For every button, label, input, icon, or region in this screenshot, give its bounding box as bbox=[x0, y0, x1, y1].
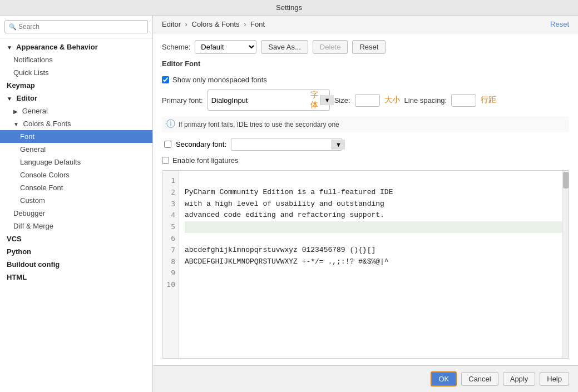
show-monospaced-label[interactable]: Show only monospaced fonts bbox=[172, 76, 267, 84]
line-num-7: 7 bbox=[166, 245, 175, 256]
line-num-1: 1 bbox=[166, 175, 175, 187]
sidebar-item-quick-lists[interactable]: Quick Lists bbox=[0, 66, 152, 79]
primary-font-dropdown-btn[interactable]: ▼ bbox=[320, 95, 334, 105]
sidebar-item-notifications[interactable]: Notifications bbox=[0, 53, 152, 66]
line-num-5: 5 bbox=[166, 221, 175, 233]
line-spacing-input[interactable]: 1.0 bbox=[451, 94, 476, 107]
primary-font-label: Primary font: bbox=[162, 96, 203, 105]
scheme-row: Scheme: Default Darcula High contrast Sa… bbox=[162, 40, 569, 54]
info-text: If primary font fails, IDE tries to use … bbox=[179, 121, 339, 128]
content-panel: Editor › Colors & Fonts › Font Reset Sch… bbox=[153, 16, 578, 392]
sidebar-item-colors-fonts[interactable]: ▼ Colors & Fonts bbox=[0, 117, 152, 130]
line-spacing-chinese: 行距 bbox=[481, 95, 496, 105]
secondary-font-label[interactable]: Secondary font: bbox=[176, 140, 226, 148]
size-chinese: 大小 bbox=[384, 95, 400, 105]
line-num-6: 6 bbox=[166, 233, 175, 245]
main-container: 🔍 ▼ Appearance & Behavior Notifications … bbox=[0, 16, 578, 392]
search-icon: 🔍 bbox=[9, 23, 17, 31]
breadcrumb-sep1: › bbox=[185, 20, 190, 28]
font-row-combined: Primary font: 字体 ▼ Size: 24 大小 Line spac… bbox=[162, 90, 569, 111]
ligatures-label[interactable]: Enable font ligatures bbox=[172, 156, 239, 165]
apply-button[interactable]: Apply bbox=[503, 372, 536, 386]
info-icon: ⓘ bbox=[166, 118, 175, 130]
expand-arrow-colors: ▼ bbox=[13, 121, 19, 127]
sidebar-item-debugger[interactable]: Debugger bbox=[0, 207, 152, 220]
sidebar-item-keymap[interactable]: Keymap bbox=[0, 79, 152, 92]
secondary-font-checkbox[interactable] bbox=[164, 141, 171, 148]
line-num-9: 9 bbox=[166, 267, 175, 279]
top-reset-button[interactable]: Reset bbox=[550, 20, 569, 28]
show-monospaced-row: Show only monospaced fonts bbox=[162, 76, 569, 84]
breadcrumb-part3: Font bbox=[250, 20, 265, 28]
preview-line-5: abcdefghijklmnopqrstuvwxyz 0123456789 ()… bbox=[185, 246, 376, 254]
footer: OK Cancel Apply Help bbox=[153, 365, 578, 392]
sidebar-item-general[interactable]: ▶ General bbox=[0, 105, 152, 117]
line-num-4: 4 bbox=[166, 210, 175, 221]
scheme-select-wrapper: Default Darcula High contrast bbox=[195, 40, 256, 54]
delete-button[interactable]: Delete bbox=[313, 40, 348, 54]
primary-font-chinese: 字体 bbox=[308, 90, 320, 110]
window-title: Settings bbox=[276, 3, 302, 12]
secondary-font-dropdown-btn[interactable]: ▼ bbox=[332, 140, 345, 150]
scheme-label: Scheme: bbox=[162, 43, 190, 51]
line-num-2: 2 bbox=[166, 187, 175, 199]
breadcrumb-part2: Colors & Fonts bbox=[192, 20, 240, 28]
sidebar-item-appearance-behavior[interactable]: ▼ Appearance & Behavior bbox=[0, 41, 152, 53]
show-monospaced-checkbox[interactable] bbox=[162, 76, 169, 83]
sidebar-item-editor[interactable]: ▼ Editor bbox=[0, 92, 152, 105]
preview-scrollbar[interactable] bbox=[562, 171, 569, 358]
preview-inner: 1 2 3 4 5 6 7 8 9 10 PyCharm Community E… bbox=[162, 171, 569, 358]
sidebar-item-console-font[interactable]: Console Font bbox=[0, 181, 152, 194]
sidebar-item-console-colors[interactable]: Console Colors bbox=[0, 168, 152, 181]
line-num-10: 10 bbox=[166, 279, 175, 291]
sidebar-item-vcs[interactable]: VCS bbox=[0, 232, 152, 245]
save-as-button[interactable]: Save As... bbox=[261, 40, 308, 54]
line-numbers: 1 2 3 4 5 6 7 8 9 10 bbox=[162, 171, 179, 358]
preview-line-3: advanced code editing and refactoring su… bbox=[185, 211, 384, 219]
sidebar-item-language-defaults[interactable]: Language Defaults bbox=[0, 156, 152, 168]
sidebar-tree: ▼ Appearance & Behavior Notifications Qu… bbox=[0, 38, 152, 392]
content-header: Editor › Colors & Fonts › Font Reset bbox=[153, 16, 578, 33]
ligatures-row: Enable font ligatures bbox=[162, 156, 569, 165]
scheme-dropdown[interactable]: Default Darcula High contrast bbox=[195, 41, 256, 53]
preview-line-6: ABCDEFGHIJKLMNOPQRSTUVWXYZ +-*/= .,;:!? … bbox=[185, 257, 389, 266]
line-spacing-label: Line spacing: bbox=[404, 96, 447, 105]
sidebar-item-python[interactable]: Python bbox=[0, 245, 152, 258]
preview-area: 1 2 3 4 5 6 7 8 9 10 PyCharm Community E… bbox=[162, 170, 569, 359]
search-box: 🔍 bbox=[0, 16, 152, 38]
sidebar-item-font[interactable]: Font bbox=[0, 130, 152, 143]
secondary-font-select-wrapper: ▼ bbox=[231, 138, 342, 151]
preview-line-4 bbox=[185, 221, 563, 233]
secondary-font-input[interactable] bbox=[231, 138, 332, 150]
sidebar-item-diff-merge[interactable]: Diff & Merge bbox=[0, 220, 152, 232]
size-label: Size: bbox=[334, 96, 350, 105]
sidebar-item-html[interactable]: HTML bbox=[0, 271, 152, 284]
expand-arrow-general: ▶ bbox=[13, 108, 18, 115]
primary-font-select-wrapper: 字体 ▼ bbox=[208, 90, 330, 111]
preview-line-1: PyCharm Community Edition is a full-feat… bbox=[185, 188, 393, 196]
preview-code[interactable]: PyCharm Community Edition is a full-feat… bbox=[179, 171, 569, 358]
ok-button[interactable]: OK bbox=[431, 371, 457, 386]
sidebar: 🔍 ▼ Appearance & Behavior Notifications … bbox=[0, 16, 153, 392]
search-wrapper: 🔍 bbox=[4, 20, 148, 33]
line-num-8: 8 bbox=[166, 256, 175, 268]
breadcrumb-part1: Editor bbox=[162, 20, 181, 28]
ligatures-checkbox[interactable] bbox=[162, 157, 169, 164]
help-button[interactable]: Help bbox=[540, 372, 569, 386]
cancel-button[interactable]: Cancel bbox=[461, 372, 498, 386]
sidebar-item-buildout[interactable]: Buildout config bbox=[0, 258, 152, 271]
expand-arrow: ▼ bbox=[7, 96, 12, 102]
sidebar-item-custom[interactable]: Custom bbox=[0, 194, 152, 207]
info-row: ⓘ If primary font fails, IDE tries to us… bbox=[162, 116, 569, 132]
line-num-3: 3 bbox=[166, 199, 175, 210]
primary-font-input[interactable] bbox=[208, 95, 308, 106]
sidebar-item-general2[interactable]: General bbox=[0, 143, 152, 156]
secondary-font-row: Secondary font: ▼ bbox=[162, 138, 569, 151]
reset-button[interactable]: Reset bbox=[352, 40, 386, 54]
scrollbar-thumb bbox=[563, 172, 569, 188]
search-input[interactable] bbox=[4, 20, 148, 33]
breadcrumb-sep2: › bbox=[244, 20, 248, 28]
size-input[interactable]: 24 bbox=[355, 94, 380, 107]
expand-arrow: ▼ bbox=[7, 44, 12, 51]
editor-font-section-title: Editor Font bbox=[162, 59, 569, 68]
